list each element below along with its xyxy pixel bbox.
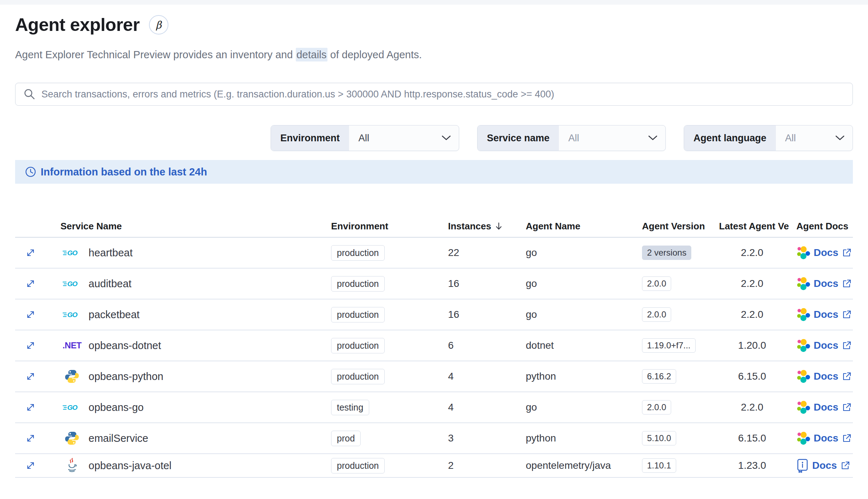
agent-name: go: [526, 402, 537, 413]
expand-row-button[interactable]: [24, 370, 37, 383]
agent-language-filter-label: Agent language: [684, 125, 776, 151]
service-name: opbeans-python: [89, 371, 163, 383]
agent-version-badge: 2.0.0: [642, 400, 671, 415]
agent-explorer-page: Agent explorer β Agent Explorer Technica…: [0, 14, 868, 478]
go-logo-icon: GO: [60, 310, 83, 320]
search-bar[interactable]: [15, 83, 853, 106]
latest-agent-version: 2.2.0: [741, 278, 763, 289]
filters-row: Environment All Service name All Agent l…: [15, 125, 853, 151]
docs-link[interactable]: Docs: [814, 278, 838, 289]
docs-link[interactable]: Docs: [814, 371, 838, 382]
chevron-down-icon: [835, 125, 845, 151]
external-link-icon: [840, 461, 850, 471]
expand-row-button[interactable]: [24, 277, 37, 290]
environment-badge: production: [331, 458, 385, 473]
expand-row-button[interactable]: [24, 308, 37, 321]
service-name: opbeans-dotnet: [89, 340, 161, 352]
docs-link[interactable]: Docs: [814, 247, 838, 258]
service-name-filter-value: All: [559, 125, 648, 151]
info-banner-text: Information based on the last 24h: [41, 166, 207, 178]
java-logo-icon: [60, 457, 83, 474]
agent-version-column-header[interactable]: Agent Version: [637, 221, 714, 232]
instances-count: 3: [448, 432, 454, 444]
agent-name: go: [526, 247, 537, 258]
latest-agent-version: 1.23.0: [738, 460, 766, 471]
environment-badge: production: [331, 276, 385, 292]
elastic-logo-icon: [796, 400, 810, 414]
external-link-icon: [842, 248, 852, 258]
service-name: auditbeat: [89, 278, 131, 290]
instances-count: 4: [448, 371, 454, 382]
search-input[interactable]: [41, 89, 845, 100]
service-name: opbeans-go: [89, 402, 144, 413]
expand-row-button[interactable]: [24, 246, 37, 260]
service-name: heartbeat: [89, 247, 133, 259]
instances-count: 4: [448, 402, 454, 413]
agent-name: dotnet: [526, 340, 554, 351]
svg-text:GO: GO: [67, 280, 78, 288]
table-row: GO .NET: [15, 330, 853, 361]
environment-filter[interactable]: Environment All: [271, 125, 459, 151]
go-logo-icon: GO: [60, 248, 83, 258]
expand-row-button[interactable]: [24, 339, 37, 352]
agent-version-badge: 1.10.1: [642, 458, 676, 473]
latest-agent-version-column-header[interactable]: Latest Agent Ve: [714, 221, 790, 232]
latest-agent-version: 6.15.0: [738, 371, 766, 382]
table-header-row: Service Name Environment Instances Agent…: [15, 215, 853, 238]
app-chrome-strip: [0, 0, 868, 5]
elastic-logo-icon: [796, 339, 810, 352]
agents-table: Service Name Environment Instances Agent…: [15, 215, 853, 478]
docs-link[interactable]: Docs: [814, 340, 838, 351]
table-row: GO .NET: [15, 361, 853, 392]
docs-link[interactable]: Docs: [814, 432, 838, 444]
instances-count: 6: [448, 340, 454, 351]
expand-row-button[interactable]: [24, 431, 37, 445]
environment-column-header[interactable]: Environment: [324, 221, 443, 232]
instances-header-label: Instances: [448, 221, 491, 232]
svg-text:GO: GO: [67, 404, 78, 411]
expand-icon: [25, 402, 36, 413]
docs-link[interactable]: Docs: [812, 460, 837, 471]
docs-link[interactable]: Docs: [814, 309, 838, 320]
expand-row-button[interactable]: [24, 400, 37, 414]
table-row: GO .NET: [15, 392, 853, 423]
service-name-column-header[interactable]: Service Name: [46, 221, 324, 232]
page-title: Agent explorer: [15, 14, 140, 35]
instances-column-header[interactable]: Instances: [443, 221, 520, 232]
agent-name-column-header[interactable]: Agent Name: [520, 221, 637, 232]
agent-version-badge: 1.19.0+f7...: [642, 338, 696, 353]
agent-name: go: [526, 309, 537, 320]
expand-row-button[interactable]: [24, 459, 37, 472]
svg-text:GO: GO: [67, 311, 78, 319]
subtitle-text-end: of deployed Agents.: [327, 49, 422, 60]
agent-language-filter[interactable]: Agent language All: [684, 125, 853, 151]
expand-icon: [25, 247, 36, 258]
agent-name: opentelemetry/java: [526, 460, 611, 471]
elastic-logo-icon: [796, 246, 810, 260]
external-link-icon: [842, 433, 852, 443]
clock-icon: [25, 166, 36, 178]
instances-count: 22: [448, 247, 459, 258]
agent-version-badge: 5.10.0: [642, 431, 676, 445]
environment-badge: production: [331, 307, 385, 322]
environment-filter-label: Environment: [271, 125, 349, 151]
svg-text:GO: GO: [67, 249, 78, 257]
table-row: GO .NET: [15, 269, 853, 299]
latest-agent-version: 6.15.0: [738, 432, 766, 444]
expand-icon: [25, 340, 36, 351]
expand-icon: [25, 278, 36, 289]
elastic-logo-icon: [796, 431, 810, 445]
service-name-filter[interactable]: Service name All: [477, 125, 666, 151]
subtitle-text: Agent Explorer Technical Preview provide…: [15, 49, 296, 60]
expand-icon: [25, 371, 36, 382]
beta-badge: β: [149, 15, 168, 35]
docs-link[interactable]: Docs: [814, 402, 838, 413]
chevron-down-icon: [442, 125, 451, 151]
service-name-filter-label: Service name: [478, 125, 559, 151]
agent-name: python: [526, 432, 556, 444]
expand-icon: [25, 309, 36, 320]
service-name: packetbeat: [89, 309, 140, 321]
latest-agent-version: 2.2.0: [741, 309, 763, 320]
latest-agent-version: 1.20.0: [738, 340, 766, 351]
dotnet-logo-icon: .NET: [60, 340, 83, 351]
